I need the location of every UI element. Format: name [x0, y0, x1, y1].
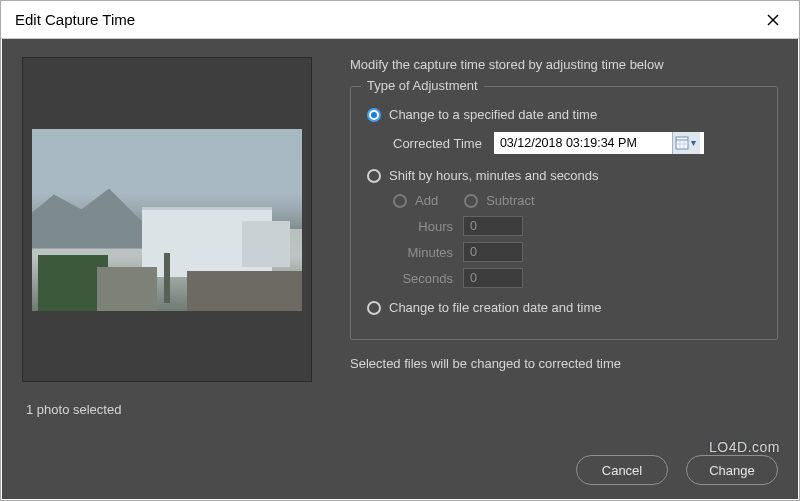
shift-subtract-label: Subtract [486, 193, 534, 208]
watermark-text: LO4D.com [709, 439, 780, 455]
footer-note: Selected files will be changed to correc… [350, 356, 778, 371]
calendar-icon [675, 135, 697, 151]
hours-label: Hours [393, 219, 453, 234]
option-specified-label: Change to a specified date and time [389, 107, 597, 122]
option-shift-time[interactable]: Shift by hours, minutes and seconds [367, 168, 761, 183]
shift-add-label: Add [415, 193, 438, 208]
option-shift-label: Shift by hours, minutes and seconds [389, 168, 599, 183]
edit-capture-time-dialog: Edit Capture Time [0, 0, 800, 501]
cancel-button[interactable]: Cancel [576, 455, 668, 485]
svg-rect-2 [676, 137, 688, 149]
option-file-creation[interactable]: Change to file creation date and time [367, 300, 761, 315]
radio-icon [367, 169, 381, 183]
hours-input[interactable]: 0 [463, 216, 523, 236]
seconds-input[interactable]: 0 [463, 268, 523, 288]
seconds-label: Seconds [393, 271, 453, 286]
photo-preview-frame [22, 57, 312, 382]
dialog-body: 1 photo selected Modify the capture time… [2, 39, 798, 499]
option-filecreation-label: Change to file creation date and time [389, 300, 601, 315]
adjustment-type-fieldset: Type of Adjustment Change to a specified… [350, 86, 778, 340]
instruction-text: Modify the capture time stored by adjust… [350, 57, 778, 72]
corrected-time-input[interactable]: 03/12/2018 03:19:34 PM [494, 132, 704, 154]
titlebar: Edit Capture Time [1, 1, 799, 39]
radio-icon [393, 194, 407, 208]
corrected-time-label: Corrected Time [393, 136, 482, 151]
close-button[interactable] [759, 6, 787, 34]
dialog-title: Edit Capture Time [15, 11, 135, 28]
radio-icon [367, 108, 381, 122]
fieldset-legend: Type of Adjustment [361, 78, 484, 93]
corrected-time-value: 03/12/2018 03:19:34 PM [498, 136, 637, 150]
minutes-input[interactable]: 0 [463, 242, 523, 262]
svg-marker-7 [691, 141, 696, 146]
options-column: Modify the capture time stored by adjust… [322, 57, 778, 417]
option-specified-date[interactable]: Change to a specified date and time [367, 107, 761, 122]
selection-count-label: 1 photo selected [26, 402, 322, 417]
minutes-label: Minutes [393, 245, 453, 260]
change-button[interactable]: Change [686, 455, 778, 485]
dialog-buttons: Cancel Change [576, 455, 778, 485]
photo-thumbnail[interactable] [32, 129, 302, 311]
date-picker-button[interactable] [672, 132, 700, 154]
radio-icon [464, 194, 478, 208]
close-icon [767, 14, 779, 26]
radio-icon [367, 301, 381, 315]
preview-column: 1 photo selected [22, 57, 322, 417]
